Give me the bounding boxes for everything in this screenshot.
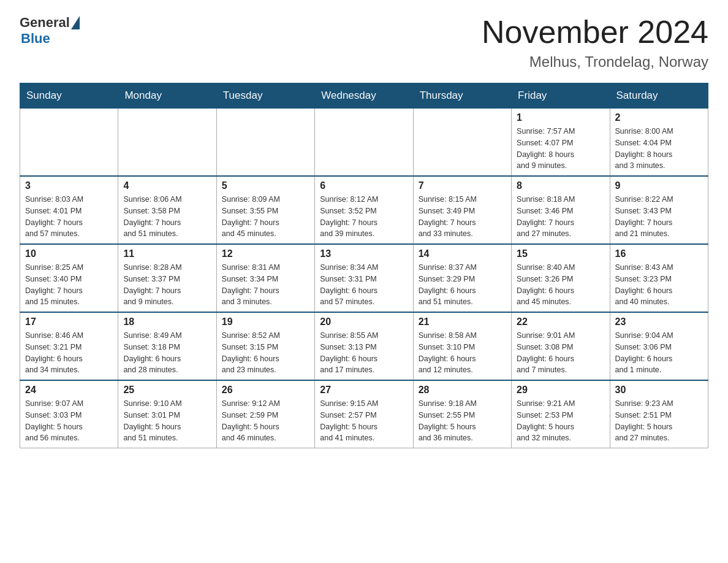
day-header-monday: Monday: [118, 83, 216, 109]
day-number: 25: [123, 385, 211, 396]
day-header-thursday: Thursday: [413, 83, 511, 109]
day-header-wednesday: Wednesday: [315, 83, 413, 109]
day-number: 17: [25, 316, 113, 327]
day-info: Sunrise: 8:22 AM Sunset: 3:43 PM Dayligh…: [615, 194, 703, 240]
day-number: 8: [517, 180, 604, 191]
day-info: Sunrise: 9:18 AM Sunset: 2:55 PM Dayligh…: [419, 398, 506, 444]
day-number: 19: [222, 316, 309, 327]
day-info: Sunrise: 8:43 AM Sunset: 3:23 PM Dayligh…: [615, 262, 703, 308]
day-number: 30: [615, 385, 703, 396]
calendar-cell: 15Sunrise: 8:40 AM Sunset: 3:26 PM Dayli…: [512, 244, 610, 312]
day-info: Sunrise: 8:46 AM Sunset: 3:21 PM Dayligh…: [25, 330, 113, 376]
day-info: Sunrise: 8:52 AM Sunset: 3:15 PM Dayligh…: [222, 330, 309, 376]
day-number: 7: [419, 180, 506, 191]
calendar-header-row: SundayMondayTuesdayWednesdayThursdayFrid…: [20, 83, 708, 109]
day-number: 21: [419, 316, 506, 327]
day-number: 23: [615, 316, 703, 327]
calendar-cell: 5Sunrise: 8:09 AM Sunset: 3:55 PM Daylig…: [216, 176, 314, 244]
day-info: Sunrise: 8:40 AM Sunset: 3:26 PM Dayligh…: [517, 262, 604, 308]
day-header-friday: Friday: [512, 83, 610, 109]
title-block: November 2024 Melhus, Trondelag, Norway: [482, 15, 708, 71]
calendar-cell: [20, 109, 118, 177]
day-info: Sunrise: 9:01 AM Sunset: 3:08 PM Dayligh…: [517, 330, 604, 376]
day-info: Sunrise: 8:06 AM Sunset: 3:58 PM Dayligh…: [123, 194, 211, 240]
day-info: Sunrise: 8:00 AM Sunset: 4:04 PM Dayligh…: [615, 126, 703, 172]
day-number: 16: [615, 248, 703, 259]
day-info: Sunrise: 8:34 AM Sunset: 3:31 PM Dayligh…: [320, 262, 408, 308]
calendar-cell: 25Sunrise: 9:10 AM Sunset: 3:01 PM Dayli…: [118, 380, 216, 448]
day-info: Sunrise: 9:15 AM Sunset: 2:57 PM Dayligh…: [320, 398, 408, 444]
calendar-cell: 22Sunrise: 9:01 AM Sunset: 3:08 PM Dayli…: [512, 312, 610, 380]
day-info: Sunrise: 8:09 AM Sunset: 3:55 PM Dayligh…: [222, 194, 309, 240]
day-header-sunday: Sunday: [20, 83, 118, 109]
day-info: Sunrise: 8:12 AM Sunset: 3:52 PM Dayligh…: [320, 194, 408, 240]
logo-triangle-icon: [71, 16, 80, 29]
calendar-cell: 10Sunrise: 8:25 AM Sunset: 3:40 PM Dayli…: [20, 244, 118, 312]
day-info: Sunrise: 8:18 AM Sunset: 3:46 PM Dayligh…: [517, 194, 604, 240]
day-info: Sunrise: 8:58 AM Sunset: 3:10 PM Dayligh…: [419, 330, 506, 376]
day-info: Sunrise: 9:23 AM Sunset: 2:51 PM Dayligh…: [615, 398, 703, 444]
calendar-cell: 17Sunrise: 8:46 AM Sunset: 3:21 PM Dayli…: [20, 312, 118, 380]
month-title: November 2024: [482, 15, 708, 50]
calendar-cell: 9Sunrise: 8:22 AM Sunset: 3:43 PM Daylig…: [610, 176, 708, 244]
calendar-cell: 1Sunrise: 7:57 AM Sunset: 4:07 PM Daylig…: [512, 109, 610, 177]
day-info: Sunrise: 8:49 AM Sunset: 3:18 PM Dayligh…: [123, 330, 211, 376]
day-number: 1: [517, 112, 604, 123]
calendar-week-row: 10Sunrise: 8:25 AM Sunset: 3:40 PM Dayli…: [20, 244, 708, 312]
day-number: 13: [320, 248, 408, 259]
page-header: General Blue November 2024 Melhus, Trond…: [20, 15, 708, 71]
calendar-cell: 20Sunrise: 8:55 AM Sunset: 3:13 PM Dayli…: [315, 312, 413, 380]
calendar-cell: [413, 109, 511, 177]
calendar-cell: 14Sunrise: 8:37 AM Sunset: 3:29 PM Dayli…: [413, 244, 511, 312]
day-number: 5: [222, 180, 309, 191]
day-number: 9: [615, 180, 703, 191]
calendar-cell: 6Sunrise: 8:12 AM Sunset: 3:52 PM Daylig…: [315, 176, 413, 244]
day-number: 2: [615, 112, 703, 123]
calendar-cell: 27Sunrise: 9:15 AM Sunset: 2:57 PM Dayli…: [315, 380, 413, 448]
day-number: 27: [320, 385, 408, 396]
day-info: Sunrise: 8:15 AM Sunset: 3:49 PM Dayligh…: [419, 194, 506, 240]
day-number: 11: [123, 248, 211, 259]
day-number: 29: [517, 385, 604, 396]
day-info: Sunrise: 8:37 AM Sunset: 3:29 PM Dayligh…: [419, 262, 506, 308]
day-info: Sunrise: 9:04 AM Sunset: 3:06 PM Dayligh…: [615, 330, 703, 376]
day-number: 26: [222, 385, 309, 396]
location-title: Melhus, Trondelag, Norway: [482, 53, 708, 71]
calendar-cell: 4Sunrise: 8:06 AM Sunset: 3:58 PM Daylig…: [118, 176, 216, 244]
day-info: Sunrise: 9:10 AM Sunset: 3:01 PM Dayligh…: [123, 398, 211, 444]
calendar-week-row: 3Sunrise: 8:03 AM Sunset: 4:01 PM Daylig…: [20, 176, 708, 244]
calendar-cell: 21Sunrise: 8:58 AM Sunset: 3:10 PM Dayli…: [413, 312, 511, 380]
day-number: 18: [123, 316, 211, 327]
logo-blue-text: Blue: [21, 31, 50, 47]
calendar-cell: [118, 109, 216, 177]
calendar-cell: 16Sunrise: 8:43 AM Sunset: 3:23 PM Dayli…: [610, 244, 708, 312]
day-info: Sunrise: 9:12 AM Sunset: 2:59 PM Dayligh…: [222, 398, 309, 444]
day-info: Sunrise: 8:03 AM Sunset: 4:01 PM Dayligh…: [25, 194, 113, 240]
calendar-cell: 29Sunrise: 9:21 AM Sunset: 2:53 PM Dayli…: [512, 380, 610, 448]
day-info: Sunrise: 8:25 AM Sunset: 3:40 PM Dayligh…: [25, 262, 113, 308]
day-number: 14: [419, 248, 506, 259]
day-header-tuesday: Tuesday: [216, 83, 314, 109]
calendar-cell: 26Sunrise: 9:12 AM Sunset: 2:59 PM Dayli…: [216, 380, 314, 448]
day-header-saturday: Saturday: [610, 83, 708, 109]
calendar-week-row: 1Sunrise: 7:57 AM Sunset: 4:07 PM Daylig…: [20, 109, 708, 177]
calendar-cell: 8Sunrise: 8:18 AM Sunset: 3:46 PM Daylig…: [512, 176, 610, 244]
day-info: Sunrise: 9:07 AM Sunset: 3:03 PM Dayligh…: [25, 398, 113, 444]
day-number: 28: [419, 385, 506, 396]
calendar-cell: 30Sunrise: 9:23 AM Sunset: 2:51 PM Dayli…: [610, 380, 708, 448]
day-number: 10: [25, 248, 113, 259]
calendar-cell: 2Sunrise: 8:00 AM Sunset: 4:04 PM Daylig…: [610, 109, 708, 177]
calendar-cell: [315, 109, 413, 177]
day-number: 3: [25, 180, 113, 191]
day-info: Sunrise: 8:28 AM Sunset: 3:37 PM Dayligh…: [123, 262, 211, 308]
day-number: 6: [320, 180, 408, 191]
calendar-cell: 28Sunrise: 9:18 AM Sunset: 2:55 PM Dayli…: [413, 380, 511, 448]
day-info: Sunrise: 8:55 AM Sunset: 3:13 PM Dayligh…: [320, 330, 408, 376]
calendar-cell: 13Sunrise: 8:34 AM Sunset: 3:31 PM Dayli…: [315, 244, 413, 312]
day-number: 4: [123, 180, 211, 191]
calendar-week-row: 24Sunrise: 9:07 AM Sunset: 3:03 PM Dayli…: [20, 380, 708, 448]
calendar-cell: 18Sunrise: 8:49 AM Sunset: 3:18 PM Dayli…: [118, 312, 216, 380]
day-number: 12: [222, 248, 309, 259]
calendar-cell: 3Sunrise: 8:03 AM Sunset: 4:01 PM Daylig…: [20, 176, 118, 244]
day-info: Sunrise: 9:21 AM Sunset: 2:53 PM Dayligh…: [517, 398, 604, 444]
